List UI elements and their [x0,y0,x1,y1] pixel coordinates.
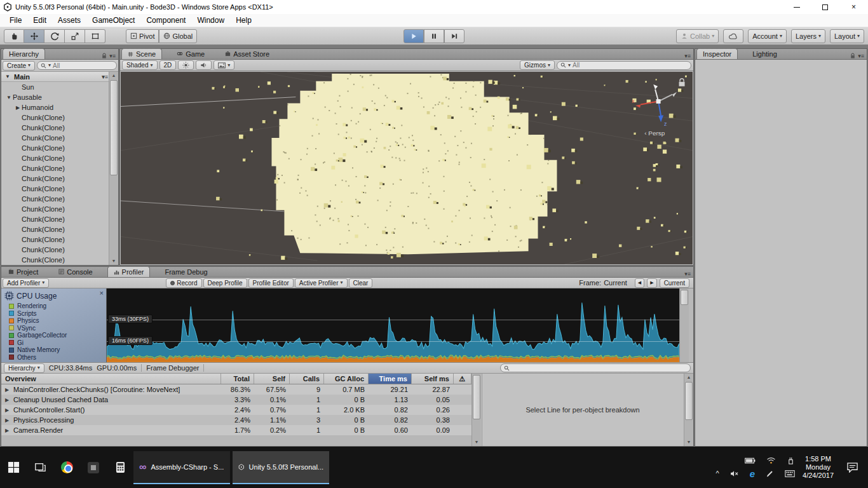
column-self-ms[interactable]: Self ms [412,374,454,384]
maximize-button[interactable] [811,0,839,14]
audio-toggle[interactable] [196,60,212,70]
tab-console[interactable]: Console [53,266,98,277]
hierarchy-item[interactable]: Chunk(Clone) [1,255,118,265]
foldout-expanded-icon[interactable]: ▼ [5,95,13,100]
frame-debugger-button[interactable]: Frame Debugger [146,364,199,372]
legend-item[interactable]: Scripts [4,310,103,318]
panel-menu-icon[interactable]: ▾≡ [684,53,691,59]
lighting-toggle[interactable] [178,60,194,70]
menu-component[interactable]: Component [140,15,191,26]
hierarchy-item[interactable]: Chunk(Clone) [1,123,118,133]
next-frame-button[interactable]: ▶ [647,278,656,288]
taskbar-window-vs[interactable]: ∞Assembly-CSharp - S... [133,451,230,484]
profiler-row[interactable]: ▶Physics.Processing2.4%1.1%30 B0.820.38 [1,415,471,425]
hidden-icons-chevron[interactable]: ^ [716,470,719,477]
rect-tool-button[interactable] [85,29,105,43]
hierarchy-item[interactable]: Chunk(Clone) [1,194,118,204]
profiler-row[interactable]: ▶Cleanup Unused Cached Data3.3%0.1%10 B1… [1,395,471,405]
deep-profile-toggle[interactable]: Deep Profile [203,278,247,288]
lock-icon[interactable] [102,53,107,59]
menu-edit[interactable]: Edit [27,15,52,26]
cpu-graph[interactable]: 33ms (30FPS) 16ms (60FPS) [107,288,679,362]
column-overview[interactable]: Overview [1,374,221,384]
tab-lighting[interactable]: Lighting [747,48,783,59]
hierarchy-item[interactable]: ▶Humanoid [1,102,118,112]
tab-scene[interactable]: Scene [121,48,162,59]
pivot-toggle-button[interactable]: Pivot [126,29,159,43]
scene-menu-icon[interactable]: ▾≡ [102,74,108,80]
row-foldout-icon[interactable]: ▶ [5,417,11,423]
shading-mode-dropdown[interactable]: Shaded▾ [122,60,158,70]
task-view-button[interactable] [27,449,53,486]
hand-tool-button[interactable] [4,29,24,43]
foldout-collapsed-icon[interactable]: ▶ [14,105,22,111]
collab-dropdown[interactable]: Collab▾ [676,29,719,43]
legend-item[interactable]: GarbageCollector [4,332,103,339]
profiler-search-input[interactable] [500,363,691,372]
hierarchy-item[interactable]: Chunk(Clone) [1,112,118,123]
close-module-icon[interactable]: × [100,289,104,297]
pause-button[interactable] [424,29,444,43]
action-center-button[interactable] [841,449,863,486]
hierarchy-item[interactable]: Chunk(Clone) [1,214,118,224]
tab-inspector[interactable]: Inspector [696,48,738,59]
wifi-icon[interactable] [766,457,776,464]
app-taskbar-button[interactable] [80,449,107,486]
hierarchy-item[interactable]: Chunk(Clone) [1,234,118,245]
scale-tool-button[interactable] [65,29,85,43]
profiler-row[interactable]: ▶ChunkController.Start()2.4%0.7%12.0 KB0… [1,405,471,415]
graph-scrollbar[interactable] [679,288,689,362]
pen-icon[interactable] [766,470,774,478]
tab-hierarchy[interactable]: Hierarchy [3,48,45,59]
hierarchy-item[interactable]: Chunk(Clone) [1,133,118,143]
start-button[interactable] [0,449,27,486]
detail-scrollbar[interactable]: ▲ ▼ [684,374,693,446]
legend-item[interactable]: Native Memory [4,346,103,354]
legend-item[interactable]: Gi [4,339,103,347]
rotate-tool-button[interactable] [44,29,65,43]
minimize-button[interactable] [782,0,811,14]
2d-toggle[interactable]: 2D [159,60,177,70]
hierarchy-item[interactable]: Chunk(Clone) [1,153,118,163]
scene-viewport[interactable]: x z ‹ Persp [121,72,693,264]
tab-frame-debug[interactable]: Frame Debug [159,266,213,277]
row-foldout-icon[interactable]: ▶ [5,397,11,403]
play-button[interactable] [403,29,424,43]
foldout-expanded-icon[interactable]: ▼ [4,74,11,79]
hierarchy-item[interactable]: Chunk(Clone) [1,163,118,173]
row-foldout-icon[interactable]: ▶ [5,407,11,413]
hierarchy-item[interactable]: Chunk(Clone) [1,184,118,194]
menu-help[interactable]: Help [230,15,257,26]
panel-menu-icon[interactable]: ▾≡ [684,271,691,277]
column-warnings-icon[interactable]: ⚠ [454,374,471,384]
row-foldout-icon[interactable]: ▶ [5,387,11,393]
profiler-row[interactable]: ▶Camera.Render1.7%0.2%10 B0.600.09 [1,425,471,435]
legend-item[interactable]: Others [4,354,103,362]
tab-project[interactable]: Project [3,266,44,277]
effects-dropdown[interactable]: ▾ [214,60,234,70]
volume-muted-icon[interactable] [730,470,739,477]
menu-file[interactable]: File [4,15,27,26]
hierarchy-item[interactable]: Sun [1,82,118,92]
scene-search-input[interactable]: ▾All [557,61,691,70]
current-frame-button[interactable]: Current [660,278,689,288]
tab-game[interactable]: Game [171,48,210,59]
column-self[interactable]: Self [254,374,290,384]
step-button[interactable] [444,29,465,43]
hierarchy-search-input[interactable]: ▾All [37,61,117,70]
edge-icon[interactable]: e [750,469,755,478]
menu-assets[interactable]: Assets [52,15,86,26]
usb-icon[interactable] [787,457,795,464]
hierarchy-item[interactable]: Chunk(Clone) [1,204,118,214]
hierarchy-item[interactable]: Chunk(Clone) [1,143,118,153]
panel-menu-icon[interactable]: ▾≡ [109,53,116,59]
account-dropdown[interactable]: Account▾ [748,29,787,43]
hierarchy-item[interactable]: Chunk(Clone) [1,173,118,184]
table-scrollbar[interactable]: ▼ [471,374,481,446]
clear-button[interactable]: Clear [349,278,373,288]
tab-asset-store[interactable]: Asset Store [219,48,275,59]
column-time-ms-sorted[interactable]: Time ms [369,374,412,384]
global-toggle-button[interactable]: Global [159,29,197,43]
battery-icon[interactable] [745,458,756,464]
chrome-taskbar-button[interactable] [53,449,80,486]
